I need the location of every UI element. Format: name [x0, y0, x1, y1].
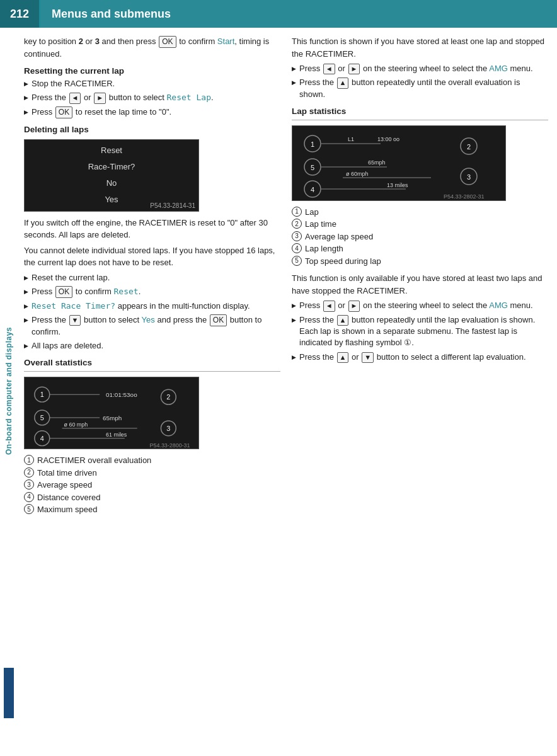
svg-text:2: 2	[467, 143, 471, 151]
overall-stats-screenshot: 1 01:01:53oo 2 5 65mph ø 60 mph	[24, 377, 199, 449]
up-arrow-btn-r: ▲	[337, 77, 349, 88]
num-circle-l3: 3	[292, 231, 302, 241]
left-arrow-btn-r: ◄	[323, 64, 335, 74]
side-label-text: On-board computer and displays	[4, 329, 13, 455]
page-title: Menus and submenus	[40, 8, 171, 21]
list-item: Reset the current lap.	[24, 272, 280, 284]
content-wrap: On-board computer and displays key to po…	[0, 28, 557, 756]
svg-text:4: 4	[311, 186, 314, 193]
page-number: 212	[0, 0, 40, 28]
reset-label: Reset	[113, 287, 138, 296]
screenshot-code-1: P54.33-2814-31	[150, 202, 195, 209]
list-item: Press the ◄ or ► button to select Reset …	[24, 92, 280, 103]
list-item: 5Top speed during lap	[292, 255, 548, 268]
svg-text:4: 4	[40, 435, 44, 442]
lap-stats-svg: 1 L1 13:00 oo 2 5 65mph ø 60mph	[292, 126, 506, 201]
list-item: Press ◄ or ► on the steering wheel to se…	[292, 63, 548, 74]
right-arrow-btn: ►	[94, 93, 106, 103]
down-arrow-btn: ▼	[69, 315, 81, 326]
amg-label-l: AMG	[489, 301, 508, 310]
section-heading-reset-lap: Resetting the current lap	[24, 66, 280, 76]
num-circle-l5: 5	[292, 256, 302, 266]
list-item: 4Lap length	[292, 243, 548, 255]
list-item: 3Average speed	[24, 479, 280, 491]
svg-text:13:00 oo: 13:00 oo	[377, 136, 399, 142]
list-item: Press the ▲ button repeatedly until the …	[292, 77, 548, 100]
list-item: All laps are deleted.	[24, 340, 280, 352]
reset-race-timer-label: Reset Race Timer?	[32, 301, 115, 311]
svg-text:13 miles: 13 miles	[387, 182, 408, 188]
section-heading-lap-stats: Lap statistics	[292, 106, 548, 116]
num-circle-l2: 2	[292, 219, 302, 229]
list-item: Reset Race Timer? appears in the multi-f…	[24, 301, 280, 312]
lap-stats-num-list: 1Lap 2Lap time 3Average lap speed 4Lap l…	[292, 206, 548, 268]
list-item: Press OK to reset the lap time to "0".	[24, 106, 280, 118]
list-item: 2Lap time	[292, 218, 548, 231]
left-arrow-btn: ◄	[69, 93, 81, 103]
up-arrow-btn-l: ▲	[337, 315, 349, 326]
delete-laps-para2: You cannot delete individual stored laps…	[24, 244, 280, 269]
lap-stats-para1: This function is only available if you h…	[292, 272, 548, 297]
list-item: 5Maximum speed	[24, 503, 280, 516]
start-word: Start	[217, 37, 234, 46]
svg-text:65mph: 65mph	[103, 415, 122, 421]
svg-text:3: 3	[166, 425, 170, 432]
svg-text:3: 3	[467, 173, 471, 181]
svg-text:5: 5	[40, 414, 44, 421]
svg-text:P54.33-2800-31: P54.33-2800-31	[150, 442, 190, 449]
overall-stats-svg: 1 01:01:53oo 2 5 65mph ø 60 mph	[25, 377, 198, 449]
num-circle-1: 1	[24, 455, 34, 465]
ok-btn-3: OK	[210, 314, 227, 326]
list-item: 3Average lap speed	[292, 231, 548, 243]
section-divider-lap	[292, 120, 548, 120]
svg-text:L1: L1	[348, 136, 354, 142]
screenshot-line-2: Race-Timer?	[88, 159, 135, 175]
svg-text:1: 1	[40, 391, 44, 398]
left-column: key to position 2 or 3 and then press OK…	[24, 35, 280, 747]
list-item: Press the ▲ button repeatedly until the …	[292, 314, 548, 349]
right-column: This function is shown if you have store…	[292, 35, 548, 747]
list-item: 1RACETIMER overall evaluation	[24, 454, 280, 467]
list-item: 1Lap	[292, 206, 548, 219]
list-item: 2Total time driven	[24, 467, 280, 479]
up-arrow-btn-l2: ▲	[337, 352, 349, 363]
svg-text:2: 2	[166, 393, 170, 401]
list-item: Press OK to confirm Reset.	[24, 286, 280, 298]
list-item: 4Distance covered	[24, 491, 280, 504]
reset-racetimer-screenshot: Reset Race-Timer? No Yes P54.33-2814-31	[24, 139, 199, 212]
svg-text:ø 60mph: ø 60mph	[346, 171, 369, 177]
right-arrow-btn-r: ►	[348, 64, 360, 74]
delete-laps-para1: If you switch off the engine, the RACETI…	[24, 217, 280, 241]
intro-paragraph: key to position 2 or 3 and then press OK…	[24, 35, 280, 60]
num-circle-4: 4	[24, 492, 34, 502]
delete-laps-list: Reset the current lap. Press OK to confi…	[24, 272, 280, 352]
page-header: 212 Menus and submenus	[0, 0, 557, 28]
yes-label: Yes	[142, 315, 155, 324]
main-content: key to position 2 or 3 and then press OK…	[18, 28, 557, 756]
reset-lap-label: Reset Lap	[167, 93, 211, 102]
screenshot-line-3: No	[88, 175, 135, 192]
svg-text:P54.33-2802-31: P54.33-2802-31	[444, 193, 485, 200]
svg-text:65mph: 65mph	[368, 159, 386, 166]
overall-stats-num-list: 1RACETIMER overall evaluation 2Total tim…	[24, 454, 280, 516]
screenshot-line-4: Yes	[88, 192, 135, 208]
svg-text:ø 60 mph: ø 60 mph	[64, 421, 88, 428]
list-item: Press the ▼ button to select Yes and pre…	[24, 314, 280, 338]
num-circle-l1: 1	[292, 207, 302, 217]
section-heading-delete-laps: Deleting all laps	[24, 125, 280, 134]
ok-btn-2: OK	[55, 286, 72, 298]
right-intro-list: Press ◄ or ► on the steering wheel to se…	[292, 63, 548, 100]
num-circle-3: 3	[24, 479, 34, 490]
section-divider-overall	[24, 371, 280, 372]
num-circle-2: 2	[24, 467, 34, 478]
lap-stats-list: Press ◄ or ► on the steering wheel to se…	[292, 300, 548, 363]
svg-text:61 miles: 61 miles	[106, 432, 127, 438]
screenshot-line-1: Reset	[88, 142, 135, 159]
side-bar-accent	[4, 668, 14, 718]
num-circle-l4: 4	[292, 243, 302, 253]
right-arrow-btn-l: ►	[348, 301, 360, 311]
list-item: Press ◄ or ► on the steering wheel to se…	[292, 300, 548, 311]
svg-text:01:01:53oo: 01:01:53oo	[106, 391, 137, 398]
down-arrow-btn-l2: ▼	[362, 352, 374, 363]
left-arrow-btn-l: ◄	[323, 301, 335, 311]
